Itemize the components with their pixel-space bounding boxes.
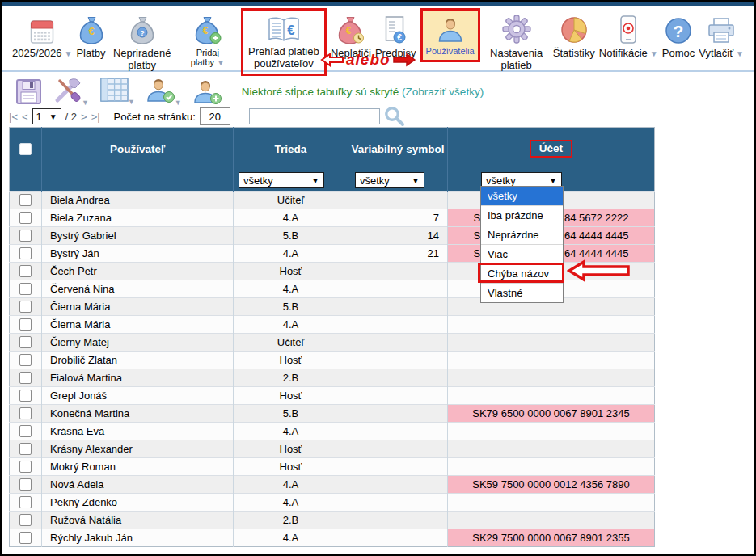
row-checkbox[interactable] [19,407,32,419]
variable-symbol-cell [348,298,448,316]
settings-tools-icon[interactable]: ▼ [53,77,89,107]
table-header-row: Používateľ Trieda Variabilný symbol Účet [10,128,655,171]
row-checkbox[interactable] [19,247,32,259]
toolbar-item-nastavenia-platieb[interactable]: Nastavenia platieb [484,9,549,71]
row-checkbox[interactable] [19,390,32,402]
row-checkbox[interactable] [19,496,32,508]
statistiky-label: Štatistiky [553,48,595,60]
table-row: Krásna Eva4.A [10,423,655,440]
variable-symbol-cell [348,192,448,209]
row-checkbox[interactable] [19,230,32,242]
prev-page-button[interactable]: < [22,111,28,123]
variable-symbol-cell [348,280,448,298]
user-add-icon[interactable] [192,78,223,105]
arrow-right-icon [392,53,416,67]
ucet-filter-dropdown: všetkyIba prázdneNeprázdneViacChýba názo… [480,186,564,303]
row-checkbox[interactable] [19,425,32,437]
column-header-pouzivatel[interactable]: Používateľ [42,128,234,171]
row-checkbox[interactable] [19,336,32,348]
save-icon[interactable] [15,78,42,105]
table-row: Fialová Martina2.B [10,369,655,387]
first-page-button[interactable]: |< [9,111,18,123]
toolbar-item-nepriradene-platby[interactable]: ? Nepriradené platby [110,9,175,71]
trieda-filter-value: všetky [243,175,273,187]
class-cell: Učiteľ [234,334,348,352]
toolbar-item-school-year[interactable]: 2025/2026▼ [12,9,72,60]
account-cell: SK59 7500 0000 0012 4356 7890 [448,476,655,494]
row-checkbox[interactable] [19,372,32,384]
search-icon[interactable] [384,106,405,127]
search-input[interactable] [249,108,380,124]
row-checkbox[interactable] [19,443,32,455]
row-checkbox-cell [10,280,42,298]
dropdown-option[interactable]: Chýba názov [481,263,563,283]
svg-text:€: € [397,33,402,42]
nastavenia-label: Nastavenia platieb [484,48,549,71]
toolbar-item-prehlad-platieb[interactable]: € Prehľad platieb používateľov [241,8,327,76]
row-checkbox[interactable] [19,318,32,331]
column-header-trieda[interactable]: Trieda [234,128,348,171]
class-cell: Hosť [234,263,348,280]
page-select[interactable]: 1 ▼ [32,108,61,124]
column-header-variabilny-symbol[interactable]: Variabilný symbol [348,128,448,171]
row-checkbox-cell [10,458,42,476]
toolbar-item-notifikacie[interactable]: Notifikácie▼ [599,9,658,60]
row-checkbox[interactable] [19,194,32,206]
toolbar-item-platby[interactable]: € Platby [76,9,105,60]
app-window: 2025/2026▼ € Platby ? Nepriradené platby… [0,0,756,556]
variable-symbol-cell [348,440,448,458]
table-row: Krásny AlexanderHosť [10,440,655,458]
row-checkbox[interactable] [19,301,32,313]
svg-text:?: ? [140,29,145,37]
user-name-cell: Konečná Martina [42,405,234,423]
alebo-annotation: alebo [320,51,416,69]
row-checkbox-cell [10,316,42,334]
sub-toolbar: ▼ ▼ ▼ Niektoré stĺpce tabuľky sú skryté … [15,77,484,106]
toolbar-item-statistiky[interactable]: Štatistiky [553,9,595,60]
account-cell: SK79 6500 0000 0067 8901 2345 [448,405,655,423]
account-cell [448,458,655,476]
trieda-filter-select[interactable]: všetky▼ [239,172,324,188]
per-page-input[interactable] [200,107,230,125]
row-checkbox[interactable] [19,514,32,526]
row-checkbox-cell [10,529,42,547]
dropdown-option[interactable]: všetky [481,187,563,205]
dropdown-option[interactable]: Neprázdne [481,225,563,244]
select-all-checkbox[interactable] [19,143,32,155]
row-checkbox[interactable] [19,478,32,491]
column-header-ucet[interactable]: Účet [448,128,655,171]
class-cell: Hosť [234,440,348,458]
toolbar-item-pridaj-platby[interactable]: € Pridaj platby▼ [179,9,237,68]
user-confirm-icon[interactable]: ▼ [146,76,182,107]
user-name-cell: Krásny Alexander [42,440,234,458]
row-checkbox[interactable] [19,532,32,544]
row-checkbox[interactable] [19,212,32,224]
chevron-down-icon: ▼ [311,176,319,185]
chevron-down-icon: ▼ [650,49,658,58]
show-all-columns-link[interactable]: (Zobraziť všetky) [402,86,484,98]
dropdown-option[interactable]: Iba prázdne [481,205,563,225]
moneybag-overdue-icon: € [336,13,365,45]
dropdown-option[interactable]: Vlastné [481,283,563,302]
user-name-cell: Rýchly Jakub Ján [42,529,234,547]
last-page-button[interactable]: >| [91,111,100,123]
toolbar-item-pomoc[interactable]: ? Pomoc [662,9,695,60]
columns-icon[interactable]: ▼ [99,77,135,106]
row-checkbox[interactable] [19,461,32,473]
row-checkbox[interactable] [19,354,32,366]
nepriradene-label: Nepriradené platby [110,48,175,71]
toolbar-item-pouzivatelia[interactable]: Používatelia [420,8,480,62]
row-checkbox[interactable] [19,283,32,295]
class-cell: 2.B [234,369,348,387]
chevron-down-icon: ▼ [412,176,420,185]
chevron-down-icon: ▼ [49,112,57,121]
variable-symbol-cell [348,387,448,405]
next-page-button[interactable]: > [81,111,87,123]
variable-symbol-cell [348,476,448,494]
toolbar-item-vytlacit[interactable]: Vytlačiť▼ [699,9,744,60]
class-cell: 4.A [234,476,348,494]
dropdown-option[interactable]: Viac [481,244,563,263]
row-checkbox-cell [10,387,42,405]
variabilny-symbol-filter-select[interactable]: všetky▼ [355,172,424,188]
row-checkbox[interactable] [19,265,32,277]
